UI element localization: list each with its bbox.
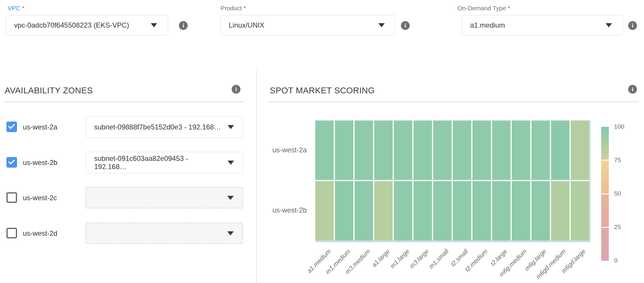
- heatmap-cell-us-west-2b-t2.small: [453, 181, 471, 240]
- subnet-select-us-west-2b[interactable]: subnet-091c603aa82e09453 - 192.168…: [86, 152, 243, 173]
- subnet-select-us-west-2a[interactable]: subnet-09888f7be5152d0e3 - 192.168…: [86, 116, 243, 138]
- az-checkbox-us-west-2a[interactable]: [6, 122, 17, 132]
- colorbar-tick-100: 100: [614, 123, 624, 130]
- subnet-select-value: subnet-091c603aa82e09453 - 192.168…: [94, 154, 222, 171]
- az-zone-label-us-west-2b: us-west-2b: [23, 152, 57, 173]
- heatmap-cell-us-west-2b-m6g.large: [531, 181, 550, 240]
- dropdown-caret-icon: [228, 125, 234, 129]
- on-demand-type-select-value: a1.medium: [470, 21, 505, 29]
- dropdown-caret-icon: [378, 23, 385, 27]
- az-row-us-west-2d: us-west-2d: [6, 223, 244, 244]
- heatmap-colorbar: [601, 127, 609, 261]
- heatmap-cell-us-west-2b-m6gd.large: [571, 181, 589, 240]
- product-field: Product * Linux/UNIX: [219, 5, 396, 36]
- heatmap-col-label-a1.large: a1.large: [370, 248, 391, 269]
- on-demand-type-select[interactable]: a1.medium: [462, 15, 623, 36]
- colorbar-segment-0: [601, 127, 609, 160]
- az-zone-label-us-west-2d: us-west-2d: [23, 223, 57, 244]
- vpc-info-icon[interactable]: i: [179, 21, 188, 30]
- product-info-icon[interactable]: i: [401, 21, 410, 30]
- heatmap-cell-us-west-2b-t2.medium: [472, 181, 491, 240]
- az-checkbox-us-west-2b[interactable]: [6, 157, 17, 168]
- spot-market-scoring-info-icon[interactable]: i: [628, 85, 637, 94]
- heatmap-cell-us-west-2a-m1.small: [433, 121, 452, 180]
- az-zone-label-us-west-2a: us-west-2a: [23, 116, 57, 138]
- dropdown-caret-icon: [151, 23, 157, 27]
- heatmap-cell-us-west-2b-m6gd.medium: [551, 181, 570, 240]
- availability-zones-title: AVAILABILITY ZONES: [5, 86, 93, 95]
- colorbar-tick-50: 50: [614, 190, 621, 197]
- heatmap-cell-us-west-2b-m3.medium: [355, 181, 373, 240]
- colorbar-tick-0: 0: [614, 257, 618, 264]
- dropdown-caret-icon: [227, 196, 234, 200]
- subnet-select-us-west-2d[interactable]: [86, 223, 243, 244]
- heatmap-cell-us-west-2b-a1.large: [374, 181, 393, 240]
- vertical-section-divider: [256, 70, 257, 283]
- heatmap-col-label-m3.large: m3.large: [408, 248, 430, 270]
- az-checkbox-us-west-2c[interactable]: [6, 192, 17, 203]
- heatmap-cell-us-west-2a-t2.medium: [472, 121, 491, 180]
- heatmap-cell-us-west-2a-m3.large: [413, 121, 432, 180]
- heatmap-cell-us-west-2a-m6gd.medium: [551, 121, 570, 180]
- vpc-select[interactable]: vpc-0adcb70f645508223 (EKS-VPC): [6, 15, 168, 36]
- heatmap-col-label-t2.large: t2.large: [489, 248, 509, 267]
- heatmap-col-label-t2.small: t2.small: [449, 248, 469, 268]
- az-row-us-west-2b: us-west-2bsubnet-091c603aa82e09453 - 192…: [6, 152, 244, 173]
- availability-zones-info-icon[interactable]: i: [232, 85, 240, 94]
- heatmap-cell-us-west-2a-a1.large: [374, 121, 393, 180]
- availability-zones-divider: [4, 102, 244, 102]
- colorbar-tick-25: 25: [614, 223, 621, 230]
- subnet-select-value: subnet-09888f7be5152d0e3 - 192.168…: [94, 123, 221, 131]
- on-demand-type-field-label: On-Demand Type *: [456, 5, 623, 12]
- heatmap-col-label-m1.small: m1.small: [427, 248, 450, 270]
- colorbar-segment-2: [601, 194, 609, 227]
- page-root: VPC * vpc-0adcb70f645508223 (EKS-VPC) i …: [0, 0, 644, 283]
- heatmap-cell-us-west-2a-m6g.medium: [512, 121, 530, 180]
- vpc-field-label: VPC *: [6, 5, 168, 12]
- heatmap-cell-us-west-2a-a1.medium: [315, 121, 334, 180]
- heatmap-cell-us-west-2a-m1.large: [394, 121, 412, 180]
- heatmap-cell-us-west-2b-m1.medium: [335, 181, 353, 240]
- heatmap-cell-us-west-2b-m1.large: [394, 181, 412, 240]
- az-row-us-west-2c: us-west-2c: [6, 187, 244, 208]
- az-row-us-west-2a: us-west-2asubnet-09888f7be5152d0e3 - 192…: [6, 116, 244, 138]
- dropdown-caret-icon: [606, 23, 612, 27]
- subnet-select-us-west-2c[interactable]: [86, 187, 243, 208]
- spot-market-scoring-title: SPOT MARKET SCORING: [270, 86, 375, 95]
- az-checkbox-us-west-2d[interactable]: [6, 228, 17, 238]
- dropdown-caret-icon: [227, 231, 234, 235]
- heatmap-cell-us-west-2b-m6g.medium: [512, 181, 530, 240]
- heatmap-cell-us-west-2a-m1.medium: [335, 121, 353, 180]
- on-demand-type-field: On-Demand Type * a1.medium: [456, 5, 623, 36]
- product-select[interactable]: Linux/UNIX: [221, 15, 396, 36]
- spot-market-scoring-divider: [268, 102, 639, 102]
- vpc-select-value: vpc-0adcb70f645508223 (EKS-VPC): [14, 21, 129, 29]
- heatmap-row-label-us-west-2b: us-west-2b: [251, 206, 307, 214]
- heatmap-col-label-m1.large: m1.large: [389, 248, 411, 270]
- heatmap-cell-us-west-2b-t2.large: [492, 181, 511, 240]
- product-field-label: Product *: [219, 5, 396, 12]
- heatmap-grid: [315, 120, 591, 242]
- heatmap-cell-us-west-2a-m6g.large: [531, 121, 550, 180]
- colorbar-segment-3: [601, 228, 609, 261]
- vpc-field: VPC * vpc-0adcb70f645508223 (EKS-VPC): [6, 5, 168, 36]
- heatmap-cell-us-west-2b-a1.medium: [315, 181, 334, 240]
- heatmap-row-label-us-west-2a: us-west-2a: [251, 146, 307, 154]
- az-zone-label-us-west-2c: us-west-2c: [23, 187, 57, 208]
- heatmap-cell-us-west-2a-m3.medium: [355, 121, 373, 180]
- heatmap-cell-us-west-2a-t2.small: [453, 121, 471, 180]
- heatmap-cell-us-west-2a-m6gd.large: [571, 121, 589, 180]
- heatmap-cell-us-west-2a-t2.large: [492, 121, 511, 180]
- on-demand-type-info-icon[interactable]: i: [628, 21, 637, 30]
- product-select-value: Linux/UNIX: [229, 21, 264, 29]
- colorbar-segment-1: [601, 161, 609, 193]
- heatmap-cell-us-west-2b-m3.large: [413, 181, 432, 240]
- colorbar-tick-75: 75: [614, 156, 621, 164]
- dropdown-caret-icon: [228, 161, 234, 165]
- heatmap-cell-us-west-2b-m1.small: [433, 181, 452, 240]
